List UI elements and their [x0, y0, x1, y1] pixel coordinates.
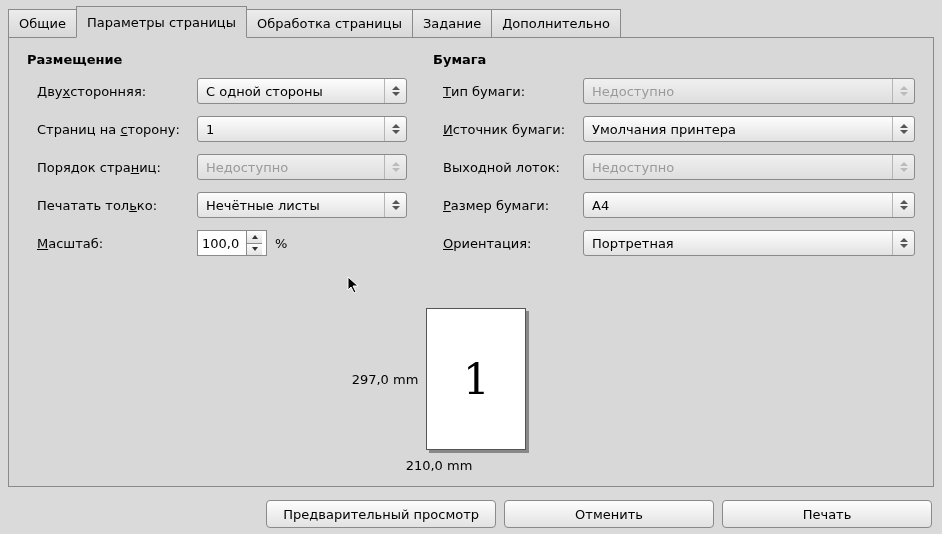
orientation-value: Портретная: [592, 236, 674, 251]
cancel-button-label: Отменить: [575, 507, 643, 522]
print-only-combo[interactable]: Нечётные листы: [197, 192, 407, 218]
chevron-updown-icon: [892, 155, 914, 179]
preview-height-label: 297,0 mm: [352, 372, 419, 387]
tab-job[interactable]: Задание: [412, 9, 492, 37]
duplex-label: Двухсторонняя:: [27, 84, 197, 99]
paper-size-label: Размер бумаги:: [433, 198, 583, 213]
tab-advanced-label: Дополнительно: [502, 16, 610, 31]
preview-page-icon: 1: [426, 308, 526, 450]
chevron-updown-icon: [384, 155, 406, 179]
paper-source-combo[interactable]: Умолчания принтера: [583, 116, 915, 142]
paper-size-combo[interactable]: A4: [583, 192, 915, 218]
chevron-updown-icon: [892, 231, 914, 255]
page-order-value: Недоступно: [206, 160, 288, 175]
tab-page-processing-label: Обработка страницы: [257, 16, 402, 31]
paper-title: Бумага: [433, 52, 915, 67]
preview-width-label: 210,0 mm: [319, 458, 559, 473]
tab-bar: Общие Параметры страницы Обработка стран…: [0, 0, 942, 37]
tab-general-label: Общие: [19, 16, 66, 31]
tab-page-setup[interactable]: Параметры страницы: [76, 6, 247, 38]
tab-job-label: Задание: [423, 16, 481, 31]
pages-per-side-label: Страниц на сторону:: [27, 122, 197, 137]
tab-page-setup-label: Параметры страницы: [87, 15, 236, 30]
tab-advanced[interactable]: Дополнительно: [491, 9, 621, 37]
page-setup-panel: Размещение Двухсторонняя: С одной сторон…: [8, 37, 934, 487]
output-tray-label: Выходной лоток:: [433, 160, 583, 175]
cursor-icon: [347, 276, 363, 296]
chevron-updown-icon: [384, 193, 406, 217]
chevron-updown-icon: [892, 193, 914, 217]
dialog-footer: Предварительный просмотр Отменить Печать: [266, 500, 932, 528]
print-only-label: Печатать только:: [27, 198, 197, 213]
pages-per-side-value: 1: [206, 122, 214, 137]
print-button[interactable]: Печать: [722, 500, 932, 528]
scale-label: Масштаб:: [27, 236, 197, 251]
chevron-updown-icon: [892, 79, 914, 103]
chevron-updown-icon: [384, 117, 406, 141]
print-only-value: Нечётные листы: [206, 198, 320, 213]
paper-type-combo: Недоступно: [583, 78, 915, 104]
scale-percent-label: %: [275, 236, 287, 251]
orientation-label: Ориентация:: [433, 236, 583, 251]
paper-type-label: Тип бумаги:: [433, 84, 583, 99]
page-order-combo: Недоступно: [197, 154, 407, 180]
tab-general[interactable]: Общие: [8, 9, 77, 37]
paper-type-value: Недоступно: [592, 84, 674, 99]
orientation-combo[interactable]: Портретная: [583, 230, 915, 256]
scale-input[interactable]: [198, 231, 246, 255]
chevron-updown-icon: [892, 117, 914, 141]
chevron-updown-icon: [384, 79, 406, 103]
pages-per-side-combo[interactable]: 1: [197, 116, 407, 142]
tab-page-processing[interactable]: Обработка страницы: [246, 9, 413, 37]
output-tray-combo: Недоступно: [583, 154, 915, 180]
preview-button[interactable]: Предварительный просмотр: [266, 500, 496, 528]
paper-source-value: Умолчания принтера: [592, 122, 736, 137]
page-preview: 297,0 mm 1 210,0 mm: [319, 308, 559, 473]
scale-down-button[interactable]: [247, 244, 262, 256]
preview-page-number: 1: [463, 355, 490, 404]
duplex-combo[interactable]: С одной стороны: [197, 78, 407, 104]
print-button-label: Печать: [803, 507, 852, 522]
paper-source-label: Источник бумаги:: [433, 122, 583, 137]
layout-title: Размещение: [27, 52, 407, 67]
scale-up-button[interactable]: [247, 231, 262, 244]
cancel-button[interactable]: Отменить: [504, 500, 714, 528]
paper-size-value: A4: [592, 198, 609, 213]
preview-button-label: Предварительный просмотр: [283, 507, 479, 522]
page-order-label: Порядок страниц:: [27, 160, 197, 175]
scale-spinner[interactable]: [197, 230, 267, 256]
duplex-value: С одной стороны: [206, 84, 323, 99]
output-tray-value: Недоступно: [592, 160, 674, 175]
